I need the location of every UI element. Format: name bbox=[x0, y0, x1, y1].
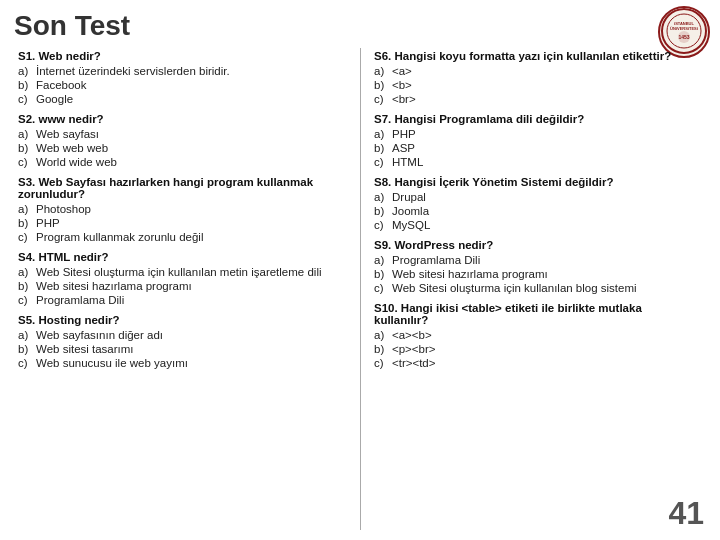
answer-text: Web sayfası bbox=[36, 128, 99, 140]
answer-text: World wide web bbox=[36, 156, 117, 168]
answer-text: <a><b> bbox=[392, 329, 432, 341]
answer-letter: c) bbox=[374, 219, 388, 231]
answer-letter: c) bbox=[374, 156, 388, 168]
answer-letter: c) bbox=[374, 93, 388, 105]
answer-letter: b) bbox=[374, 79, 388, 91]
answer-letter: a) bbox=[374, 128, 388, 140]
answer-text: HTML bbox=[392, 156, 423, 168]
page-number: 41 bbox=[668, 495, 704, 532]
answer-row: c)Programlama Dili bbox=[18, 293, 350, 307]
answer-row: b)Web sitesi tasarımı bbox=[18, 342, 350, 356]
answer-row: c)Web sunucusu ile web yayımı bbox=[18, 356, 350, 370]
answer-text: PHP bbox=[392, 128, 416, 140]
answer-letter: b) bbox=[18, 343, 32, 355]
question-title-q9: S9. WordPress nedir? bbox=[374, 239, 696, 251]
question-block-q4: S4. HTML nedir?a)Web Sitesi oluşturma iç… bbox=[18, 251, 350, 307]
answer-text: Web sitesi tasarımı bbox=[36, 343, 134, 355]
answer-letter: c) bbox=[374, 357, 388, 369]
page-title: Son Test bbox=[14, 10, 706, 42]
answer-letter: a) bbox=[374, 254, 388, 266]
answer-text: Google bbox=[36, 93, 73, 105]
answer-text: Drupal bbox=[392, 191, 426, 203]
answer-row: b)ASP bbox=[374, 141, 696, 155]
page: İSTANBUL ÜNİVERSİTESİ 1453 Son Test S1. … bbox=[0, 0, 720, 540]
content-columns: S1. Web nedir?a)İnternet üzerindeki serv… bbox=[14, 50, 706, 377]
answer-text: Web web web bbox=[36, 142, 108, 154]
question-title-q4: S4. HTML nedir? bbox=[18, 251, 350, 263]
answer-row: c)MySQL bbox=[374, 218, 696, 232]
answer-text: <p><br> bbox=[392, 343, 435, 355]
answer-letter: a) bbox=[374, 191, 388, 203]
answer-letter: b) bbox=[374, 268, 388, 280]
answer-row: a)Web sayfasının diğer adı bbox=[18, 328, 350, 342]
answer-row: a)Photoshop bbox=[18, 202, 350, 216]
answer-letter: a) bbox=[18, 65, 32, 77]
answer-text: <tr><td> bbox=[392, 357, 435, 369]
left-column: S1. Web nedir?a)İnternet üzerindeki serv… bbox=[14, 50, 360, 377]
answer-row: c)Google bbox=[18, 92, 350, 106]
answer-row: b)Facebook bbox=[18, 78, 350, 92]
question-title-q5: S5. Hosting nedir? bbox=[18, 314, 350, 326]
answer-letter: c) bbox=[18, 156, 32, 168]
answer-letter: b) bbox=[374, 142, 388, 154]
answer-text: MySQL bbox=[392, 219, 430, 231]
answer-letter: a) bbox=[18, 128, 32, 140]
svg-text:1453: 1453 bbox=[678, 34, 689, 40]
answer-text: Web sitesi hazırlama programı bbox=[392, 268, 548, 280]
answer-row: c)HTML bbox=[374, 155, 696, 169]
answer-letter: c) bbox=[374, 282, 388, 294]
answer-text: Programlama Dili bbox=[392, 254, 480, 266]
answer-row: c)<br> bbox=[374, 92, 696, 106]
question-title-q7: S7. Hangisi Programlama dili değildir? bbox=[374, 113, 696, 125]
answer-letter: a) bbox=[18, 329, 32, 341]
answer-row: a)İnternet üzerindeki servislerden birid… bbox=[18, 64, 350, 78]
answer-row: a)PHP bbox=[374, 127, 696, 141]
answer-letter: b) bbox=[374, 343, 388, 355]
question-title-q1: S1. Web nedir? bbox=[18, 50, 350, 62]
answer-letter: c) bbox=[18, 357, 32, 369]
answer-text: ASP bbox=[392, 142, 415, 154]
right-column: S6. Hangisi koyu formatta yazı için kull… bbox=[360, 50, 706, 377]
answer-text: <b> bbox=[392, 79, 412, 91]
answer-text: Program kullanmak zorunlu değil bbox=[36, 231, 203, 243]
answer-letter: a) bbox=[18, 266, 32, 278]
question-block-q6: S6. Hangisi koyu formatta yazı için kull… bbox=[374, 50, 696, 106]
answer-text: <a> bbox=[392, 65, 412, 77]
answer-row: c)Program kullanmak zorunlu değil bbox=[18, 230, 350, 244]
answer-row: b)Web web web bbox=[18, 141, 350, 155]
answer-row: a)Programlama Dili bbox=[374, 253, 696, 267]
question-block-q10: S10. Hangi ikisi <table> etiketi ile bir… bbox=[374, 302, 696, 370]
question-block-q9: S9. WordPress nedir?a)Programlama Dilib)… bbox=[374, 239, 696, 295]
answer-row: c)World wide web bbox=[18, 155, 350, 169]
answer-row: a)<a><b> bbox=[374, 328, 696, 342]
question-block-q1: S1. Web nedir?a)İnternet üzerindeki serv… bbox=[18, 50, 350, 106]
answer-text: Web Sitesi oluşturma için kullanılan met… bbox=[36, 266, 322, 278]
answer-row: a)<a> bbox=[374, 64, 696, 78]
answer-row: a)Web Sitesi oluşturma için kullanılan m… bbox=[18, 265, 350, 279]
answer-row: b)Web sitesi hazırlama programı bbox=[374, 267, 696, 281]
answer-row: b)Joomla bbox=[374, 204, 696, 218]
answer-row: b)<b> bbox=[374, 78, 696, 92]
answer-text: Facebook bbox=[36, 79, 87, 91]
answer-text: PHP bbox=[36, 217, 60, 229]
answer-text: Web sunucusu ile web yayımı bbox=[36, 357, 188, 369]
answer-letter: b) bbox=[18, 217, 32, 229]
answer-letter: b) bbox=[18, 280, 32, 292]
question-block-q3: S3. Web Sayfası hazırlarken hangi progra… bbox=[18, 176, 350, 244]
answer-row: b)Web sitesi hazırlama programı bbox=[18, 279, 350, 293]
answer-letter: b) bbox=[18, 142, 32, 154]
answer-letter: c) bbox=[18, 294, 32, 306]
answer-row: c)<tr><td> bbox=[374, 356, 696, 370]
question-block-q7: S7. Hangisi Programlama dili değildir?a)… bbox=[374, 113, 696, 169]
answer-text: İnternet üzerindeki servislerden biridir… bbox=[36, 65, 230, 77]
answer-text: Web sayfasının diğer adı bbox=[36, 329, 163, 341]
answer-row: b)PHP bbox=[18, 216, 350, 230]
answer-row: b)<p><br> bbox=[374, 342, 696, 356]
question-title-q3: S3. Web Sayfası hazırlarken hangi progra… bbox=[18, 176, 350, 200]
answer-text: Web sitesi hazırlama programı bbox=[36, 280, 192, 292]
answer-row: a)Drupal bbox=[374, 190, 696, 204]
answer-letter: c) bbox=[18, 231, 32, 243]
answer-text: Joomla bbox=[392, 205, 429, 217]
question-title-q10: S10. Hangi ikisi <table> etiketi ile bir… bbox=[374, 302, 696, 326]
svg-text:ÜNİVERSİTESİ: ÜNİVERSİTESİ bbox=[670, 26, 698, 31]
